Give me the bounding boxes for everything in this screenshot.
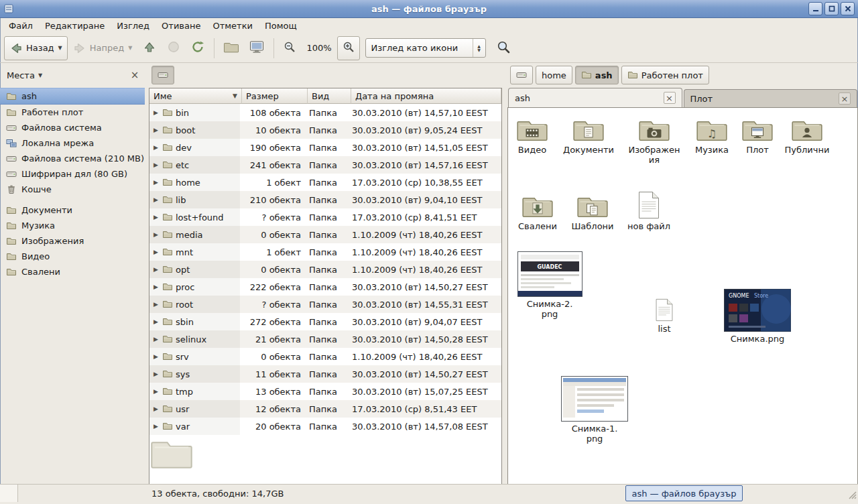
tab-close-button[interactable]: × <box>839 92 851 105</box>
back-button[interactable]: Назад ▼ <box>4 36 68 60</box>
up-button[interactable] <box>137 36 162 60</box>
menubar-item[interactable]: Файл <box>3 19 39 33</box>
icon-view-item[interactable]: нов файл <box>625 191 672 231</box>
expander-icon[interactable]: ▶ <box>152 336 160 342</box>
expander-icon[interactable]: ▶ <box>152 301 160 308</box>
tab[interactable]: ash× <box>508 88 682 107</box>
zoom-out-button[interactable] <box>278 36 301 60</box>
expander-icon[interactable]: ▶ <box>152 162 160 168</box>
table-row[interactable]: ▶bin108 обектаПапка30.03.2010 (вт) 14,57… <box>149 104 501 121</box>
resize-grip-icon[interactable] <box>848 491 857 501</box>
table-row[interactable]: ▶usr12 обектаПапка17.03.2010 (ср) 8,51,4… <box>149 400 501 418</box>
tab-close-button[interactable]: × <box>664 92 676 104</box>
sidebar-title[interactable]: Места <box>7 70 35 80</box>
menubar-item[interactable]: Редактиране <box>39 19 111 33</box>
icon-view-item[interactable]: Документи <box>560 117 617 155</box>
home-button[interactable] <box>219 36 244 60</box>
expander-icon[interactable]: ▶ <box>152 405 160 412</box>
expander-icon[interactable]: ▶ <box>152 196 160 203</box>
icon-view-item[interactable]: Публични <box>782 117 833 155</box>
table-row[interactable]: ▶sbin272 обектаПапка30.03.2010 (вт) 9,04… <box>149 313 501 330</box>
sidebar-item[interactable]: Файлова система (210 MB) <box>0 151 145 166</box>
icon-view-item[interactable]: Снимка-1.png <box>560 376 629 444</box>
icon-view-item[interactable]: Изображения <box>627 117 681 165</box>
forward-button[interactable]: Напред ▼ <box>68 36 138 60</box>
table-row[interactable]: ▶selinux21 обектаПапка30.03.2010 (вт) 14… <box>149 330 501 348</box>
column-header[interactable]: Размер <box>242 88 308 104</box>
expander-icon[interactable]: ▶ <box>152 214 160 220</box>
table-row[interactable]: ▶proc222 обектаПапка30.03.2010 (вт) 14,5… <box>149 278 501 296</box>
icon-view-item[interactable]: Плот <box>739 117 776 155</box>
menubar-item[interactable]: Помощ <box>259 19 303 33</box>
sidebar-item[interactable]: Изображения <box>0 233 145 249</box>
table-row[interactable]: ▶opt0 обектаПапка1.10.2009 (чт) 18,40,26… <box>149 261 501 278</box>
tab[interactable]: Плот× <box>684 89 858 107</box>
sidebar-item[interactable]: Документи <box>0 202 145 218</box>
table-row[interactable]: ▶srv0 обектаПапка1.10.2009 (чт) 18,40,26… <box>149 348 501 365</box>
column-header[interactable]: Дата на промяна <box>351 88 501 104</box>
table-row[interactable]: ▶tmp13 обектаПапка30.03.2010 (вт) 15,07,… <box>149 383 501 400</box>
expander-icon[interactable]: ▶ <box>152 127 160 133</box>
expander-icon[interactable]: ▶ <box>152 371 160 377</box>
view-mode-select[interactable]: Изглед като икони ▲▼ <box>365 38 486 58</box>
sidebar-item[interactable]: Свалени <box>0 264 145 279</box>
icon-view-item[interactable]: Шаблони <box>568 194 617 231</box>
table-row[interactable]: ▶etc241 обектаПапка30.03.2010 (вт) 14,57… <box>149 156 501 174</box>
minimize-button[interactable] <box>808 2 822 15</box>
menubar-item[interactable]: Изглед <box>111 19 156 33</box>
pathbar-button[interactable]: home <box>536 66 572 84</box>
pathbar-button[interactable] <box>510 66 533 84</box>
sidebar-item[interactable]: Кошче <box>0 182 145 197</box>
pane-splitter[interactable] <box>502 62 507 485</box>
expander-icon[interactable]: ▶ <box>152 144 160 151</box>
computer-button[interactable] <box>244 36 269 60</box>
sidebar-item[interactable]: Локална мрежа <box>0 135 145 151</box>
back-history-chevron-icon[interactable]: ▼ <box>58 45 62 51</box>
table-row[interactable]: ▶lib210 обектаПапка30.03.2010 (вт) 9,04,… <box>149 191 501 208</box>
taskbar-window-button[interactable]: ash — файлов браузър <box>625 485 743 501</box>
search-button[interactable] <box>491 36 515 60</box>
pathbar-button[interactable]: ash <box>575 66 619 84</box>
expander-icon[interactable]: ▶ <box>152 318 160 325</box>
table-row[interactable]: ▶mnt1 обектПапка1.10.2009 (чт) 18,40,26 … <box>149 243 501 261</box>
zoom-in-button[interactable] <box>337 36 360 60</box>
sidebar-close-button[interactable]: × <box>129 69 141 81</box>
expander-icon[interactable]: ▶ <box>152 266 160 273</box>
maximize-button[interactable] <box>824 2 839 15</box>
pathbar-button[interactable] <box>151 66 174 84</box>
sidebar-item[interactable]: Файлова система <box>0 120 145 135</box>
stop-button[interactable] <box>162 36 186 60</box>
column-header[interactable]: Име▼ <box>149 88 242 104</box>
pathbar-button[interactable]: Работен плот <box>621 66 709 84</box>
expander-icon[interactable]: ▶ <box>152 284 160 290</box>
expander-icon[interactable]: ▶ <box>152 423 160 430</box>
icon-view-item[interactable]: Видео <box>508 117 556 155</box>
reload-button[interactable] <box>186 36 210 60</box>
sidebar-mode-chevron-icon[interactable]: ▼ <box>38 72 42 78</box>
menubar-item[interactable]: Отметки <box>206 19 258 33</box>
close-button[interactable] <box>841 2 855 15</box>
table-row[interactable]: ▶media0 обектаПапка1.10.2009 (чт) 18,40,… <box>149 226 501 243</box>
expander-icon[interactable]: ▶ <box>152 249 160 255</box>
icon-view-item[interactable]: ♫Музика <box>690 117 734 155</box>
sidebar-item[interactable]: ash <box>0 88 145 105</box>
column-header[interactable]: Вид <box>308 88 351 104</box>
icon-view-item[interactable]: Свалени <box>513 194 562 231</box>
menubar-item[interactable]: Отиване <box>156 19 206 33</box>
icon-view-item[interactable]: GNOMEStoreСнимка.png <box>723 289 792 344</box>
table-row[interactable]: ▶boot10 обектаПапка30.03.2010 (вт) 9,05,… <box>149 121 501 139</box>
icon-view-item[interactable]: list <box>644 298 684 334</box>
table-row[interactable]: ▶var20 обектаПапка30.03.2010 (вт) 14,57,… <box>149 418 501 435</box>
sidebar-item[interactable]: Работен плот <box>0 105 145 120</box>
table-row[interactable]: ▶root? обектаПапка30.03.2010 (вт) 14,55,… <box>149 296 501 313</box>
sidebar-item[interactable]: Музика <box>0 218 145 233</box>
icon-view-item[interactable]: GUADECСнимка-2.png <box>515 251 585 319</box>
table-row[interactable]: ▶sys11 обектаПапка30.03.2010 (вт) 14,50,… <box>149 365 501 383</box>
show-desktop-button[interactable] <box>0 485 18 502</box>
expander-icon[interactable]: ▶ <box>152 179 160 186</box>
expander-icon[interactable]: ▶ <box>152 109 160 116</box>
table-row[interactable]: ▶home1 обектПапка17.03.2010 (ср) 10,38,5… <box>149 174 501 191</box>
table-row[interactable]: ▶dev190 обектаПапка30.03.2010 (вт) 14,51… <box>149 139 501 156</box>
sidebar-item[interactable]: Видео <box>0 249 145 264</box>
expander-icon[interactable]: ▶ <box>152 388 160 395</box>
